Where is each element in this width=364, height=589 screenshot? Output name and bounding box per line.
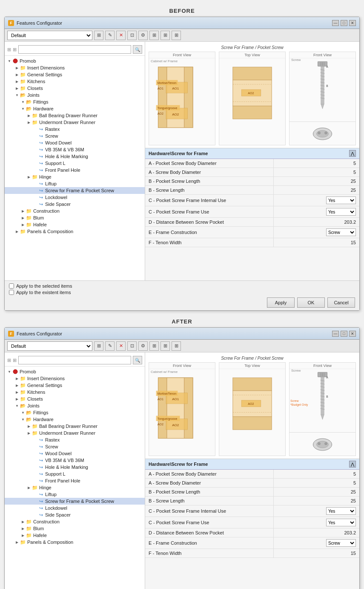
after-tree-item[interactable]: ▼ 📂 Fittings: [5, 409, 145, 416]
after-maximize-button[interactable]: □: [341, 331, 347, 337]
after-tree-search-input[interactable]: [18, 356, 131, 364]
tree-item[interactable]: ▼ 📂 Hardware: [5, 105, 145, 112]
after-tree-item[interactable]: ↪ Hole & Hole Marking: [5, 464, 145, 471]
after-toolbar-btn-3[interactable]: ⊡: [127, 341, 137, 351]
after-tree-item[interactable]: ▶ 📁 Hinge: [5, 484, 145, 491]
tree-search-button[interactable]: 🔍: [133, 45, 142, 54]
tree-item[interactable]: ▶ 📁 Hinge: [5, 173, 145, 180]
cancel-button[interactable]: Cancel: [327, 297, 355, 308]
tree-item[interactable]: ▼ 📂 Joints: [5, 92, 145, 98]
after-toolbar-btn-delete[interactable]: ✕: [116, 341, 126, 351]
after-prop-select-4[interactable]: YesNo: [326, 507, 356, 515]
after-minimize-button[interactable]: —: [332, 331, 339, 337]
tree-item[interactable]: ↪ VB 35M & VB 36M: [5, 146, 145, 153]
after-tree-item[interactable]: ↪ Front Panel Hole: [5, 477, 145, 484]
toolbar-btn-1[interactable]: ⊞: [94, 31, 103, 40]
tree-item[interactable]: ▶ 📁 Kitchens: [5, 78, 145, 85]
after-tree-item[interactable]: ▶ 📁 Panels & Composition: [5, 539, 145, 546]
after-tree-item[interactable]: ▼ 📂 Joints: [5, 402, 145, 409]
after-collapse-button[interactable]: ⋀: [349, 461, 356, 468]
prop-value-select[interactable]: YesNo: [274, 517, 359, 528]
tree-item[interactable]: ↪ Screw for Frame & Pocket Screw: [5, 187, 145, 194]
after-toolbar-btn-4[interactable]: ⚙: [138, 341, 148, 351]
toolbar-btn-5[interactable]: ⊞: [149, 31, 159, 40]
apply-button[interactable]: Apply: [267, 297, 295, 308]
prop-value-select[interactable]: YesNo: [274, 195, 359, 206]
toolbar-btn-2[interactable]: ✎: [105, 31, 115, 40]
tree-item[interactable]: ↪ Liftup: [5, 180, 145, 187]
prop-value-select[interactable]: ScrewDowel: [274, 227, 359, 238]
after-tree-item[interactable]: ▶ 📁 General Settings: [5, 382, 145, 389]
close-button[interactable]: ✕: [349, 20, 356, 26]
tree-item[interactable]: ↪ Hole & Hole Marking: [5, 153, 145, 160]
tree-item[interactable]: ▶ 📁 Closets: [5, 85, 145, 92]
prop-value-select[interactable]: ScrewDowel: [274, 537, 359, 549]
tree-item[interactable]: ▶ 📁 Panels & Composition: [5, 228, 145, 235]
table-row: A - Pocket Screw Body Diameter 5: [145, 470, 359, 479]
tree-item[interactable]: ▶ 📁 Insert Dimensions: [5, 64, 145, 71]
after-profile-select[interactable]: Default: [7, 341, 92, 351]
after-tree-item[interactable]: ↪ Side Spacer: [5, 511, 145, 518]
after-tree-item[interactable]: ▶ 📁 Hafele: [5, 532, 145, 539]
after-tree-item[interactable]: ↪ Screw for Frame & Pocket Screw: [5, 498, 145, 505]
tree-item[interactable]: ▶ 📁 Ball Bearing Drawer Runner: [5, 112, 145, 119]
tree-item[interactable]: ↪ Screw: [5, 133, 145, 139]
after-prop-select-5[interactable]: YesNo: [326, 519, 356, 526]
after-tree-item[interactable]: ↪ Support L: [5, 471, 145, 477]
after-tree-item[interactable]: ▶ 📁 Blum: [5, 525, 145, 532]
after-tree-item[interactable]: ▶ 📁 Kitchens: [5, 389, 145, 396]
after-toolbar-btn-2[interactable]: ✎: [105, 341, 115, 351]
tree-item[interactable]: ▶ 📁 General Settings: [5, 71, 145, 78]
after-tree-item[interactable]: ▶ 📁 Insert Dimensions: [5, 375, 145, 382]
tree-item[interactable]: ↪ Rastex: [5, 126, 145, 133]
tree-item[interactable]: ↪ Side Spacer: [5, 201, 145, 208]
maximize-button[interactable]: □: [341, 20, 347, 26]
after-tree-item[interactable]: ↪ VB 35M & VB 36M: [5, 457, 145, 464]
after-tree-item[interactable]: ↪ Screw: [5, 443, 145, 450]
after-tree-item[interactable]: ↪ Wood Dowel: [5, 450, 145, 457]
after-toolbar-btn-5[interactable]: ⊞: [149, 341, 159, 351]
toolbar-btn-6[interactable]: ⊞: [161, 31, 170, 40]
after-toolbar-btn-6[interactable]: ⊞: [161, 341, 170, 351]
after-tree-item[interactable]: ↪ Liftup: [5, 491, 145, 498]
tree-item[interactable]: ↪ Lockdowel: [5, 194, 145, 201]
collapse-button[interactable]: ⋀: [349, 150, 356, 157]
after-tree-search-button[interactable]: 🔍: [133, 356, 142, 364]
prop-select-5[interactable]: YesNo: [326, 208, 356, 216]
prop-select-4[interactable]: YesNo: [326, 196, 356, 204]
after-prop-select-7[interactable]: ScrewDowel: [326, 539, 356, 547]
ok-button[interactable]: OK: [297, 297, 325, 308]
after-tree-item[interactable]: ▼ Promob: [5, 368, 145, 375]
after-tree-item[interactable]: ↪ Rastex: [5, 436, 145, 443]
tree-item[interactable]: ↪ Support L: [5, 160, 145, 167]
tree-item[interactable]: ▶ 📁 Construction: [5, 208, 145, 214]
prop-select-7[interactable]: ScrewDowel: [326, 228, 356, 236]
after-toolbar-btn-7[interactable]: ⊞: [172, 341, 181, 351]
profile-select[interactable]: Default: [7, 31, 92, 40]
toolbar-btn-3[interactable]: ⊡: [127, 31, 137, 40]
prop-value-select[interactable]: YesNo: [274, 505, 359, 517]
after-tree-item[interactable]: ↪ Lockdowel: [5, 505, 145, 511]
after-close-button[interactable]: ✕: [349, 331, 356, 337]
tree-item[interactable]: ▶ 📁 Undermont Drawer Runner: [5, 119, 145, 126]
tree-item[interactable]: ↪ Wood Dowel: [5, 139, 145, 146]
after-tree-item-closets[interactable]: ▶ 📁 Closets: [5, 396, 145, 402]
prop-value-select[interactable]: YesNo: [274, 206, 359, 218]
after-toolbar-btn-1[interactable]: ⊞: [94, 341, 103, 351]
toolbar-btn-4[interactable]: ⚙: [138, 31, 148, 40]
after-tree-item[interactable]: ▶ 📁 Undermont Drawer Runner: [5, 430, 145, 436]
tree-search-input[interactable]: [18, 45, 131, 54]
apply-selected-checkbox[interactable]: [9, 283, 14, 289]
toolbar-btn-delete[interactable]: ✕: [116, 31, 126, 40]
toolbar-btn-7[interactable]: ⊞: [172, 31, 181, 40]
apply-existent-checkbox[interactable]: [9, 290, 14, 295]
tree-item[interactable]: ▼ 📂 Fittings: [5, 98, 145, 105]
after-tree-item[interactable]: ▶ 📁 Ball Bearing Drawer Runner: [5, 423, 145, 430]
tree-item[interactable]: ↪ Front Panel Hole: [5, 167, 145, 173]
minimize-button[interactable]: —: [332, 20, 339, 26]
tree-item[interactable]: ▶ 📁 Blum: [5, 214, 145, 221]
tree-item[interactable]: ▶ 📁 Hafele: [5, 221, 145, 228]
after-tree-item[interactable]: ▶ 📁 Construction: [5, 518, 145, 525]
after-tree-item[interactable]: ▼ 📂 Hardware: [5, 416, 145, 423]
tree-item[interactable]: ▼ Promob: [5, 58, 145, 64]
